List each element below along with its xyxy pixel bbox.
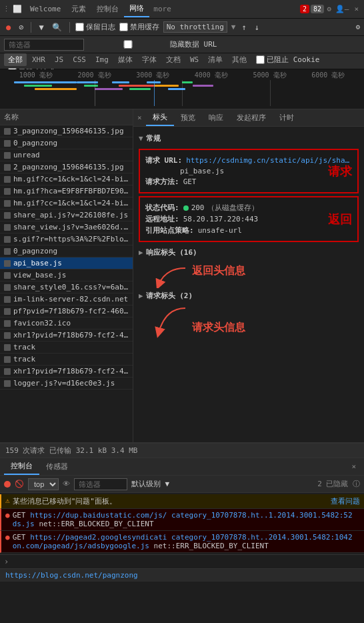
file-icon [4,272,11,279]
preserve-log-checkbox[interactable] [75,23,84,31]
file-item[interactable]: 2_pagnzong_1596846135.jpg [0,161,133,173]
settings-icon[interactable]: ⚙ [327,5,331,13]
filter-icon[interactable]: ▼ [37,22,45,33]
file-item[interactable]: s.gif?r=https%3A%2F%2Fblog. [0,233,133,245]
detail-tab-preview[interactable]: 预览 [174,110,202,125]
type-css[interactable]: CSS [69,54,90,65]
file-item[interactable]: xhr1?pvid=7f18b679-fcf2-460. [0,330,133,342]
type-manifest[interactable]: 清单 [204,53,227,66]
console-close-btn[interactable]: × [347,460,360,474]
detail-close-btn[interactable]: × [133,111,146,125]
console-tab-console[interactable]: 控制台 [4,458,39,475]
console-prompt: › [4,557,9,566]
error-2-content: GET https://pagead2.googlesyndicati cate… [13,533,360,550]
response-headers-header[interactable]: ▶ 响应标头 (16) [139,245,359,260]
detail-tab-headers[interactable]: 标头 [146,109,174,126]
minimize-icon[interactable]: — [345,5,349,13]
blocked-cookie-checkbox[interactable] [256,55,265,64]
default-levels-label[interactable]: 默认级别 ▼ [131,479,169,489]
status-code-note: （从磁盘缓存） [207,203,259,213]
file-item[interactable]: hm.gif?hca=E9F8FFBFBD7E90.. [0,185,133,197]
file-item[interactable]: xhr1?pvid=7f18b679-fcf2-460. [0,366,133,378]
request-headers-arrow: ▶ [139,291,143,300]
filter-input[interactable] [4,39,84,51]
type-other[interactable]: 其他 [228,53,251,66]
type-js[interactable]: JS [51,54,67,65]
search-btn[interactable]: 🔍 [50,22,64,33]
remote-address-value: 58.20.137.220:443 [183,215,259,223]
file-icon [4,308,11,315]
tab-network[interactable]: 网络 [124,1,149,17]
file-item[interactable]: 3_pagnzong_1596846135.jpg [0,125,133,137]
file-item-active[interactable]: api_base.js [0,257,133,269]
file-icon [4,284,11,291]
file-item[interactable]: track [0,354,133,366]
error-1-link2[interactable]: ds.js [13,520,35,528]
timeline-label-4: 4000 毫秒 [182,71,241,80]
throttle-select[interactable]: No throttling [163,21,227,33]
timeline-label-6: 6000 毫秒 [299,71,357,80]
preserve-log-label[interactable]: 保留日志 [75,22,115,32]
timeline-labels: 1000 毫秒 2000 毫秒 3000 毫秒 4000 毫秒 5000 毫秒 … [0,71,364,80]
toolbar-right-settings[interactable]: ⚙ [355,23,360,31]
file-icon [4,332,11,339]
no-filter-icon[interactable]: 🚫 [15,480,24,488]
blocked-cookie-label[interactable]: 已阻止 Cookie [256,55,319,65]
type-xhr[interactable]: XHR [28,54,49,65]
person-icon[interactable]: 👤 [335,5,345,13]
file-item[interactable]: share_style0_16.css?v=6aba13. [0,281,133,293]
console-tab-sensors[interactable]: 传感器 [39,459,75,474]
console-input-bar: › [0,554,364,568]
file-item[interactable]: pf?pvid=7f18b679-fcf2-4605-. [0,305,133,318]
request-headers-header[interactable]: ▶ 请求标头 (2) [139,288,359,303]
file-item[interactable]: hm.gif?cc=1&ck=1&cl=24-bit. [0,197,133,209]
disable-cache-label[interactable]: 禁用缓存 [119,22,159,32]
type-media[interactable]: 媒体 [114,53,137,66]
type-font[interactable]: 字体 [138,53,161,66]
type-doc[interactable]: 文档 [162,53,185,66]
file-item[interactable]: favicon32.ico [0,318,133,330]
detail-tab-timing[interactable]: 计时 [273,110,301,125]
error-2-link[interactable]: https://pagead2.googlesyndicati category… [30,533,352,542]
file-item[interactable]: share_api.js?v=226108fe.js [0,209,133,221]
file-item[interactable]: 0_pagnzong [0,245,133,257]
detail-content: ▼ 常规 请求 URL: https://csdnimg.cn/static/a… [133,127,364,442]
record-btn[interactable]: ● [4,22,13,33]
detail-tab-initiator[interactable]: 发起程序 [230,110,273,125]
throttle-dropdown-icon[interactable]: ▼ [231,23,236,31]
error-2-link2[interactable]: on.com/pagead/js/adsbygoogle.js [13,542,149,550]
error-1-link[interactable]: https://dup.baidustatic.com/js/ category… [30,511,352,520]
console-filter-input[interactable] [74,478,127,490]
tab-elements[interactable]: 元素 [66,1,91,17]
hide-data-url-checkbox[interactable] [88,40,168,49]
file-item[interactable]: logger.js?v=d16ec0e3.js [0,378,133,390]
tab-more-btn[interactable]: more [149,2,175,16]
file-item[interactable]: track [0,342,133,354]
tab-console[interactable]: 控制台 [91,1,124,17]
general-section-header[interactable]: ▼ 常规 [139,131,359,146]
disable-cache-checkbox[interactable] [119,23,128,31]
file-item[interactable]: share_view.js?v=3ae6026d.js [0,221,133,233]
query-link[interactable]: 查看问题 [331,496,360,506]
type-ws[interactable]: WS [186,54,203,65]
toolbar-separator-2 [69,22,70,33]
file-item[interactable]: view_base.js [0,269,133,281]
hide-data-url-label[interactable]: 隐藏数据 URL [88,39,217,49]
timeline-label-3: 3000 毫秒 [123,71,182,80]
detail-tab-response[interactable]: 响应 [202,110,230,125]
file-item[interactable]: hm.gif?cc=1&ck=1&cl=24-bit. [0,173,133,185]
timeline-label-1: 1000 毫秒 [7,71,65,80]
file-item[interactable]: 0_pagnzong [0,137,133,149]
type-img[interactable]: Img [91,54,113,65]
request-box-label: 请求 [328,163,352,179]
console-input[interactable] [13,558,360,566]
file-item[interactable]: im-link-server-82.csdn.net [0,293,133,305]
context-selector[interactable]: top [28,478,59,490]
type-all[interactable]: 全部 [4,53,27,66]
clear-btn[interactable]: ⊘ [17,22,25,33]
context-eye-icon[interactable]: 👁 [63,480,70,488]
file-item[interactable]: unread [0,149,133,161]
tab-welcome[interactable]: Welcome [25,2,66,16]
close-window-icon[interactable]: × [354,5,359,13]
file-icon [4,248,11,255]
